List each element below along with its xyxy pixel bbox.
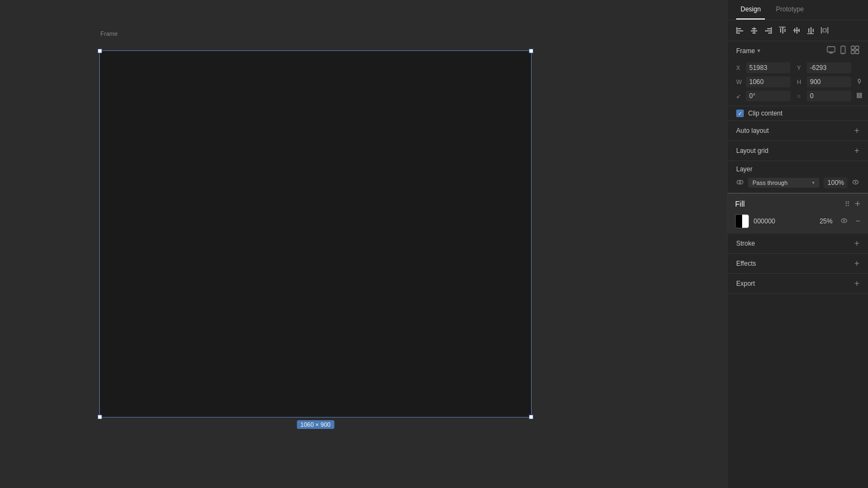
x-input[interactable]	[746, 62, 790, 73]
layer-row: Pass through ▾	[736, 177, 859, 188]
layout-grid-add[interactable]: +	[854, 146, 859, 155]
effects-section: Effects +	[727, 254, 868, 274]
fill-popup: Fill ⠿ + 000000 25% −	[727, 193, 868, 234]
canvas-area: Frame 1060 × 900	[0, 0, 727, 488]
fill-drag-icon[interactable]: ⠿	[845, 200, 850, 208]
layer-visibility-icon[interactable]	[852, 178, 859, 188]
y-input[interactable]	[807, 62, 851, 73]
frame-title[interactable]: Frame ▾	[736, 47, 761, 55]
clip-content-row[interactable]: Clip content	[727, 106, 868, 121]
handle-tl[interactable]	[98, 49, 102, 53]
blend-mode-label: Pass through	[752, 179, 788, 186]
wh-row: W H	[736, 76, 859, 87]
handle-bl[interactable]	[98, 415, 102, 419]
fill-opacity-value[interactable]: 25%	[815, 217, 833, 225]
svg-point-42	[843, 220, 845, 221]
svg-rect-10	[768, 33, 771, 34]
layer-label: Layer	[736, 165, 859, 173]
svg-rect-14	[784, 29, 786, 32]
align-bottom-btn[interactable]	[805, 24, 816, 36]
svg-rect-32	[851, 46, 854, 49]
tab-design[interactable]: Design	[736, 0, 765, 20]
blend-mode-chevron: ▾	[812, 180, 815, 185]
svg-rect-1	[737, 30, 743, 31]
frame-box[interactable]: 1060 × 900	[99, 50, 532, 418]
frame-grid-icon[interactable]	[851, 46, 859, 56]
link-icon[interactable]	[856, 78, 863, 87]
align-middle-btn[interactable]	[790, 24, 802, 36]
clip-content-checkbox[interactable]	[736, 110, 744, 117]
svg-rect-8	[767, 28, 771, 29]
svg-rect-13	[782, 27, 783, 34]
h-label: H	[797, 79, 805, 85]
effects-row: Effects +	[727, 254, 868, 273]
rotation-radius-row: ↙ ○	[736, 91, 859, 101]
align-top-btn[interactable]	[776, 24, 788, 36]
dimensions-group: X Y W H ↙ ○	[727, 58, 868, 106]
stroke-add[interactable]: +	[854, 239, 859, 248]
align-right-btn[interactable]	[762, 24, 774, 36]
frame-mobile-icon[interactable]	[839, 46, 847, 56]
y-label: Y	[797, 65, 805, 71]
w-label: W	[736, 79, 744, 85]
fill-popup-header: Fill ⠿ +	[735, 199, 860, 209]
align-center-h-btn[interactable]	[748, 24, 760, 36]
blend-mode-icon	[736, 178, 744, 188]
effects-add[interactable]: +	[854, 259, 859, 268]
fill-visibility-icon[interactable]	[840, 217, 848, 226]
svg-rect-26	[823, 29, 826, 32]
radius-icon: ○	[797, 93, 805, 99]
fill-title: Fill	[735, 200, 745, 208]
auto-layout-add[interactable]: +	[854, 126, 859, 135]
fill-hex-value[interactable]: 000000	[754, 217, 811, 225]
corner-icon[interactable]	[856, 92, 863, 101]
fill-row: 000000 25% −	[735, 214, 860, 228]
export-section: Export +	[727, 274, 868, 294]
xy-row: X Y	[736, 62, 859, 73]
svg-rect-2	[737, 33, 740, 34]
handle-br[interactable]	[529, 415, 533, 419]
export-label: Export	[736, 280, 755, 287]
rotation-input[interactable]	[746, 91, 790, 101]
frame-size-label: 1060 × 900	[297, 420, 334, 429]
svg-point-31	[843, 52, 844, 53]
export-add[interactable]: +	[854, 279, 859, 288]
rotation-icon: ↙	[736, 93, 744, 100]
blend-mode-select[interactable]: Pass through ▾	[748, 178, 819, 188]
clip-content-label: Clip content	[748, 110, 782, 117]
fill-popup-icons: ⠿ +	[845, 199, 860, 209]
handle-tr[interactable]	[529, 49, 533, 53]
frame-dropdown-icon[interactable]: ▾	[757, 47, 761, 54]
distribute-h-btn[interactable]	[819, 24, 831, 36]
svg-rect-21	[810, 27, 812, 34]
w-input[interactable]	[746, 76, 790, 87]
svg-rect-22	[813, 29, 814, 32]
tab-prototype[interactable]: Prototype	[771, 0, 808, 20]
h-input[interactable]	[807, 76, 851, 87]
fill-color-swatch[interactable]	[735, 214, 749, 228]
frame-label: Frame	[100, 30, 118, 37]
frame-title-label: Frame	[736, 47, 755, 55]
stroke-section: Stroke +	[727, 234, 868, 254]
panel-tabs: Design Prototype	[727, 0, 868, 20]
fill-add-icon[interactable]: +	[854, 199, 860, 209]
svg-rect-12	[780, 28, 781, 33]
align-left-btn[interactable]	[734, 24, 746, 36]
radius-input[interactable]	[807, 91, 851, 101]
svg-rect-0	[737, 28, 741, 29]
frame-header-row: Frame ▾	[727, 41, 868, 58]
svg-rect-9	[765, 30, 771, 31]
stroke-label: Stroke	[736, 240, 755, 247]
frame-desktop-icon[interactable]	[827, 46, 835, 56]
layout-grid-label: Layout grid	[736, 147, 768, 155]
svg-rect-33	[856, 46, 859, 49]
svg-rect-34	[851, 50, 854, 54]
opacity-input[interactable]	[824, 177, 847, 188]
fill-remove-icon[interactable]: −	[856, 217, 860, 226]
auto-layout-section: Auto layout +	[727, 121, 868, 141]
right-panel: Design Prototype Frame ▾	[727, 0, 868, 488]
svg-point-40	[855, 181, 857, 183]
auto-layout-label: Auto layout	[736, 127, 769, 134]
layout-grid-section: Layout grid +	[727, 141, 868, 161]
align-toolbar	[727, 20, 868, 41]
